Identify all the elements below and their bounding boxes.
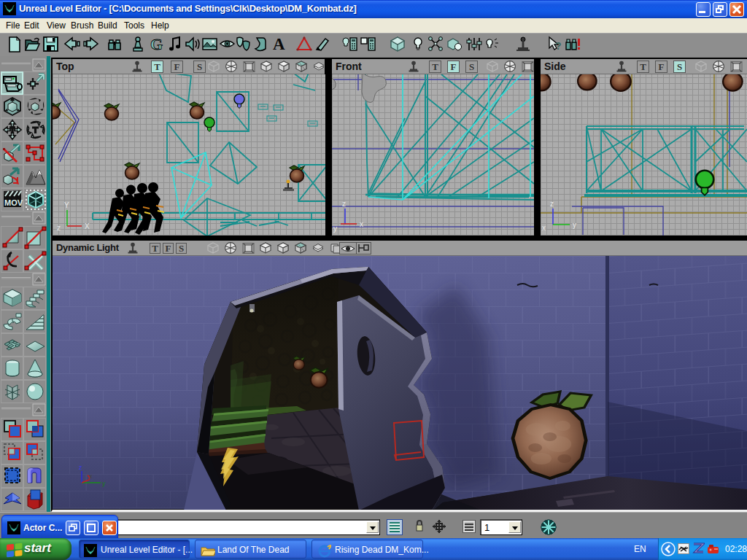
svg-text:z: z [79, 464, 82, 471]
svg-text:MOV: MOV [4, 198, 23, 207]
svg-text:Y: Y [64, 201, 69, 209]
svg-text:z: z [550, 200, 554, 208]
svg-text:X: X [85, 222, 90, 230]
svg-text:y: y [333, 225, 337, 233]
svg-text:z: z [57, 224, 61, 232]
svg-text:x: x [89, 472, 93, 480]
svg-text:G: G [150, 35, 163, 53]
svg-text:z: z [342, 200, 346, 208]
svg-text:y: y [573, 221, 576, 229]
svg-text:x: x [360, 220, 363, 228]
svg-text:y: y [102, 480, 106, 487]
svg-text:?: ? [555, 40, 562, 52]
svg-text:A: A [273, 35, 285, 53]
svg-text:x: x [542, 224, 546, 232]
